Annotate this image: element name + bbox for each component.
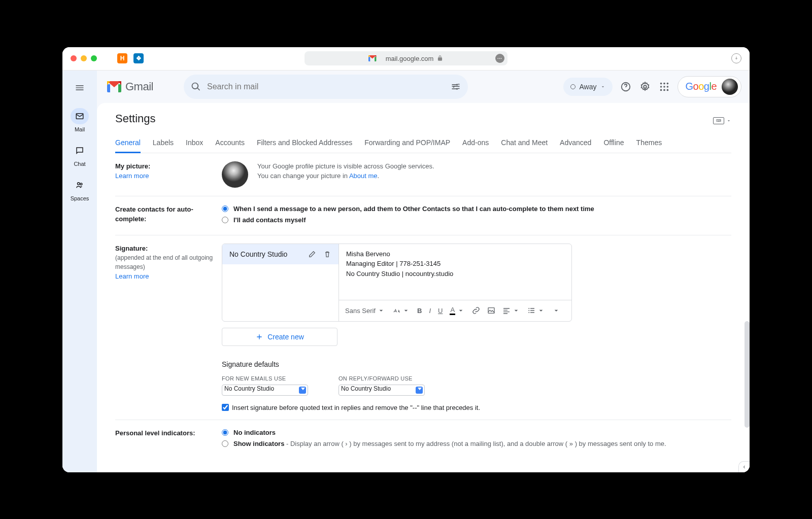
gmail-logo[interactable]: Gmail bbox=[107, 80, 153, 93]
scrollbar-thumb[interactable] bbox=[745, 321, 750, 428]
link-icon bbox=[472, 306, 480, 315]
link-button[interactable] bbox=[472, 306, 480, 315]
site-menu-icon[interactable]: ••• bbox=[495, 54, 504, 63]
radio-input[interactable] bbox=[222, 440, 228, 447]
search-bar[interactable] bbox=[184, 75, 468, 99]
status-chip[interactable]: Away bbox=[563, 78, 613, 96]
tab-themes[interactable]: Themes bbox=[636, 133, 662, 153]
svg-point-14 bbox=[664, 89, 666, 91]
svg-point-4 bbox=[456, 88, 458, 89]
extension-icon[interactable]: ❖ bbox=[133, 53, 144, 63]
about-me-link[interactable]: About me bbox=[349, 172, 378, 180]
font-family-select[interactable]: Sans Serif bbox=[345, 306, 385, 315]
close-window-button[interactable] bbox=[71, 55, 77, 61]
google-wordmark: Google bbox=[685, 81, 717, 92]
tab-inbox[interactable]: Inbox bbox=[186, 133, 203, 153]
radio-input[interactable] bbox=[222, 205, 228, 212]
picture-info-line2: You can change your picture in About me. bbox=[257, 171, 434, 181]
text-size-icon bbox=[392, 306, 400, 315]
rail-label: Chat bbox=[74, 161, 85, 167]
image-button[interactable] bbox=[487, 306, 495, 315]
gmail-wordmark: Gmail bbox=[125, 80, 153, 93]
lock-icon bbox=[436, 55, 444, 62]
defaults-heading: Signature defaults bbox=[222, 360, 731, 368]
list-button[interactable] bbox=[527, 306, 545, 315]
svg-point-8 bbox=[664, 82, 666, 84]
checkbox-input[interactable] bbox=[222, 404, 229, 411]
svg-point-1 bbox=[80, 183, 82, 185]
user-avatar[interactable] bbox=[722, 79, 738, 95]
contacts-option-auto[interactable]: When I send a message to a new person, a… bbox=[222, 204, 731, 214]
signature-textarea[interactable]: Misha Berveno Managing Editor | 778-251-… bbox=[339, 244, 571, 300]
signature-toolbar: Sans Serif B I U A bbox=[339, 300, 571, 321]
contacts-option-manual[interactable]: I'll add contacts myself bbox=[222, 216, 731, 225]
italic-button[interactable]: I bbox=[429, 307, 431, 315]
learn-more-link[interactable]: Learn more bbox=[115, 172, 149, 180]
tab-forwarding[interactable]: Forwarding and POP/IMAP bbox=[364, 133, 450, 153]
settings-tabs: General Labels Inbox Accounts Filters an… bbox=[115, 133, 731, 153]
text-color-button[interactable]: A bbox=[450, 306, 465, 315]
search-input[interactable] bbox=[201, 82, 451, 91]
list-icon bbox=[527, 306, 535, 315]
profile-picture[interactable] bbox=[222, 161, 248, 188]
extension-icon[interactable]: H bbox=[117, 53, 127, 63]
signature-editor: No Country Studio Misha Berveno bbox=[222, 244, 572, 322]
main-menu-button[interactable] bbox=[70, 78, 90, 98]
rail-label: Mail bbox=[75, 126, 85, 132]
settings-button[interactable] bbox=[639, 81, 651, 93]
radio-input[interactable] bbox=[222, 429, 228, 436]
chevron-down-icon bbox=[512, 306, 520, 315]
left-rail: Mail Chat Spaces bbox=[62, 71, 97, 472]
apps-button[interactable] bbox=[658, 81, 670, 93]
indicators-option-none[interactable]: No indicators bbox=[222, 428, 731, 437]
svg-point-2 bbox=[456, 84, 458, 85]
section-my-picture: My picture: Learn more Your Google profi… bbox=[115, 153, 731, 196]
more-formatting-button[interactable] bbox=[552, 306, 560, 315]
indicators-option-show[interactable]: Show indicators - Display an arrow ( › )… bbox=[222, 439, 731, 448]
tab-general[interactable]: General bbox=[115, 133, 141, 153]
defaults-new-select[interactable]: No Country Studio bbox=[222, 385, 308, 396]
radio-input[interactable] bbox=[222, 217, 228, 223]
input-tools-button[interactable]: ⌨ bbox=[713, 117, 731, 124]
rail-label: Spaces bbox=[71, 195, 89, 201]
tab-chat-meet[interactable]: Chat and Meet bbox=[501, 133, 548, 153]
chevron-down-icon bbox=[726, 118, 731, 123]
defaults-reply-select[interactable]: No Country Studio bbox=[339, 385, 425, 396]
create-signature-button[interactable]: Create new bbox=[222, 328, 337, 346]
chevron-down-icon bbox=[600, 84, 605, 89]
underline-button[interactable]: U bbox=[438, 307, 443, 315]
spaces-icon bbox=[75, 181, 84, 190]
defaults-new-label: FOR NEW EMAILS USE bbox=[222, 375, 308, 382]
insert-signature-checkbox[interactable]: Insert signature before quoted text in r… bbox=[222, 404, 731, 411]
learn-more-link[interactable]: Learn more bbox=[115, 272, 149, 280]
font-size-button[interactable] bbox=[392, 306, 410, 315]
edit-icon[interactable] bbox=[308, 250, 316, 258]
section-heading: My picture: bbox=[115, 161, 222, 171]
support-button[interactable] bbox=[620, 81, 632, 93]
maximize-window-button[interactable] bbox=[91, 55, 97, 61]
address-bar[interactable]: mail.google.com ••• bbox=[304, 51, 507, 65]
rail-item-mail[interactable]: Mail bbox=[71, 108, 89, 132]
tab-offline[interactable]: Offline bbox=[603, 133, 624, 153]
account-switcher[interactable]: Google bbox=[678, 76, 741, 97]
minimize-window-button[interactable] bbox=[81, 55, 87, 61]
tab-accounts[interactable]: Accounts bbox=[215, 133, 245, 153]
url-text: mail.google.com bbox=[386, 55, 434, 62]
downloads-icon[interactable] bbox=[731, 53, 741, 63]
align-button[interactable] bbox=[502, 306, 520, 315]
search-options-icon[interactable] bbox=[451, 82, 461, 92]
delete-icon[interactable] bbox=[323, 250, 331, 258]
tab-addons[interactable]: Add-ons bbox=[462, 133, 489, 153]
rail-item-chat[interactable]: Chat bbox=[71, 143, 89, 167]
chevron-down-icon bbox=[552, 306, 560, 315]
tab-filters[interactable]: Filters and Blocked Addresses bbox=[257, 133, 352, 153]
rail-item-spaces[interactable]: Spaces bbox=[71, 177, 89, 201]
tab-advanced[interactable]: Advanced bbox=[560, 133, 591, 153]
side-panel-toggle[interactable]: ‹ bbox=[738, 461, 750, 472]
svg-point-9 bbox=[667, 82, 669, 84]
section-heading: Signature: bbox=[115, 244, 222, 254]
section-signature: Signature: (appended at the end of all o… bbox=[115, 235, 731, 420]
tab-labels[interactable]: Labels bbox=[153, 133, 174, 153]
signature-list-item[interactable]: No Country Studio bbox=[222, 244, 339, 264]
bold-button[interactable]: B bbox=[417, 307, 422, 315]
